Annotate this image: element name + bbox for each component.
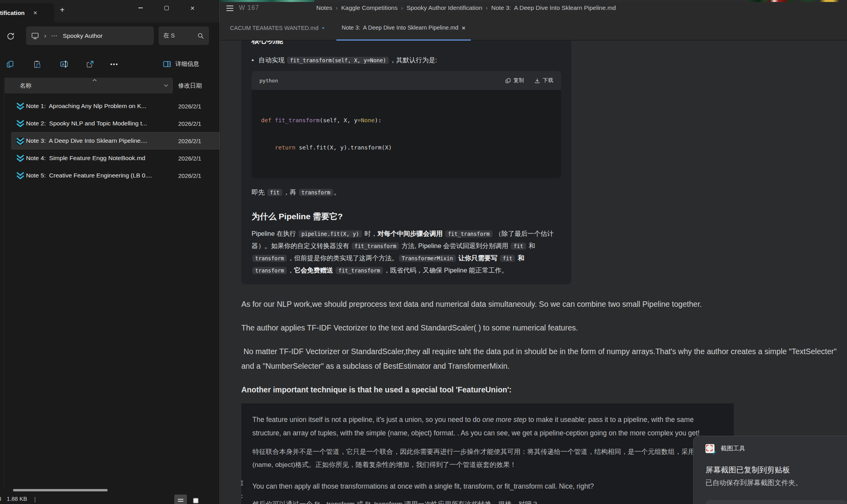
file-date: 2026/2/1 <box>178 120 201 127</box>
copy-code-label: 复制 <box>513 77 524 84</box>
file-row[interactable]: Note 5: Creative Feature Engineering (LB… <box>0 167 220 184</box>
maximize-button[interactable] <box>157 0 175 16</box>
minimize-icon <box>138 7 143 8</box>
code-line: return self.fit(X, y).transform(X) <box>261 143 552 152</box>
search-placeholder-text: 在 S <box>163 32 175 39</box>
horizontal-scrollbar-thumb[interactable] <box>13 489 108 491</box>
markdown-file-icon <box>16 119 25 128</box>
text-cursor-glyph: I <box>240 480 244 487</box>
file-date: 2026/2/1 <box>178 138 201 144</box>
editor-titlebar: W 167 Notes › Kaggle Competitions › Spoo… <box>220 2 847 16</box>
markdown-file-icon <box>16 171 25 180</box>
icons-view-icon <box>193 498 199 504</box>
breadcrumb-chevron-icon[interactable]: › <box>44 32 46 39</box>
download-code-button[interactable]: 下载 <box>534 77 553 84</box>
status-divider: | <box>34 496 36 502</box>
close-icon: × <box>190 4 194 12</box>
more-options-button[interactable]: ••• <box>109 59 120 70</box>
menu-hamburger-icon[interactable] <box>226 6 233 11</box>
breadcrumb-item[interactable]: Kaggle Competitions <box>341 4 397 11</box>
breadcrumb-item[interactable]: Note 3: A Deep Dive Into Sklearn Pipelin… <box>491 4 616 11</box>
code-block-body[interactable]: def fit_transform(self, X, y=None): retu… <box>252 90 561 178</box>
download-code-label: 下载 <box>543 77 553 84</box>
address-path-text[interactable]: Spooky Author <box>63 32 103 39</box>
code-language-label: python <box>259 78 278 84</box>
file-name: Note 2: Spooky NLP and Topic Modelling t… <box>26 120 147 127</box>
refresh-button[interactable] <box>6 32 15 41</box>
toast-app-name: 截图工具 <box>721 444 745 453</box>
explorer-tab[interactable]: tification × <box>0 3 54 22</box>
rename-icon: A <box>60 60 69 69</box>
gutter-glyph: : <box>240 493 244 500</box>
tab-note3-active[interactable]: Note 3: A Deep Dive Into Sklearn Pipelin… <box>336 16 471 41</box>
file-row[interactable]: Note 4: Simple Feature Engg NoteBook.md … <box>0 149 220 167</box>
code-block-header: python 复制 <box>252 71 561 90</box>
more-options-icon: ••• <box>110 61 119 67</box>
column-divider[interactable] <box>172 79 173 92</box>
breadcrumb-ellipsis-icon[interactable]: ⋯ <box>51 32 58 39</box>
snipping-tool-toast[interactable]: ✂ 截图工具 屏幕截图已复制到剪贴板 已自动保存到屏幕截图文件夹。 <box>693 436 847 504</box>
file-list: Note 1: Aproaching Any Nlp Problem on K.… <box>0 97 220 184</box>
editor-tab-bar: CACUM TEAMATES WANTED.md ● Note 3: A Dee… <box>220 16 847 41</box>
tab-cacum-teamates[interactable]: CACUM TEAMATES WANTED.md ● <box>224 16 330 40</box>
file-row[interactable]: Note 2: Spooky NLP and Topic Modelling t… <box>0 115 220 132</box>
file-row-selected[interactable]: Note 3: A Deep Dive Into Sklearn Pipelin… <box>11 132 220 149</box>
word-count[interactable]: W 167 <box>239 4 259 11</box>
block-paragraph: 即先 fit，再 transform。 <box>252 187 561 198</box>
refresh-icon <box>6 32 15 41</box>
copy-code-button[interactable]: 复制 <box>505 77 524 84</box>
close-button[interactable]: × <box>183 0 201 16</box>
code-line: def fit_transform(self, X, y=None): <box>261 116 552 125</box>
icons-view-button[interactable] <box>189 495 202 504</box>
explorer-tab-close-icon[interactable]: × <box>34 9 37 16</box>
details-pane-icon <box>162 60 172 69</box>
file-name: Note 5: Creative Feature Engineering (LB… <box>26 172 152 179</box>
markdown-file-icon <box>16 102 25 111</box>
list-column-headers: 名称 修改日期 <box>5 78 220 93</box>
column-header-name[interactable]: 名称 <box>5 78 172 93</box>
snipping-tool-icon: ✂ <box>705 444 715 453</box>
explorer-titlebar: tification × + × <box>0 0 220 22</box>
paragraph: No matter TF-IDF Vectorizer or StandardS… <box>241 344 841 373</box>
copy-button[interactable] <box>5 59 16 70</box>
breadcrumb-separator-icon: › <box>336 5 338 11</box>
breadcrumb-item[interactable]: Spooky Author Identification <box>407 4 482 11</box>
column-filter-chevron-icon[interactable] <box>164 84 168 87</box>
unsaved-dot-icon: ● <box>322 26 325 30</box>
code-block-python: python 复制 <box>252 71 561 178</box>
copy-icon <box>505 78 511 84</box>
paste-button[interactable] <box>32 59 43 70</box>
breadcrumb-separator-icon: › <box>486 5 488 11</box>
copy-icon <box>6 60 15 69</box>
quote-paragraph: 然后你可以通过一个 fit、transform 或 fit_transform … <box>252 500 723 504</box>
editor-content[interactable]: 核心功能 • 自动实现 fit_transform(self, X, y=Non… <box>220 41 847 504</box>
paragraph-bold: Another important technique is that he u… <box>241 383 841 397</box>
details-view-button[interactable] <box>174 495 187 504</box>
new-tab-button[interactable]: + <box>60 6 65 15</box>
paragraph: As for our NLP work,we should preprocess… <box>241 297 841 312</box>
search-icon <box>197 32 204 39</box>
column-header-date[interactable]: 修改日期 <box>178 78 202 93</box>
share-button[interactable] <box>84 59 95 70</box>
address-bar[interactable]: › ⋯ Spooky Author <box>26 26 154 45</box>
breadcrumb-separator-icon: › <box>401 5 403 11</box>
paragraph: The author applies TF-IDF Vectorizer to … <box>241 321 841 335</box>
rename-button[interactable]: A <box>58 59 69 70</box>
search-box[interactable]: 在 S <box>159 26 209 45</box>
details-pane-label: 详细信息 <box>175 60 199 68</box>
explorer-status-bar: 3 1.88 KB | <box>0 494 220 504</box>
breadcrumb-item[interactable]: Notes <box>316 4 332 11</box>
block-paragraph: Pipeline 在执行 pipeline.fit(X, y) 时，对每个中间步… <box>252 228 561 276</box>
explorer-toolbar: › ⋯ Spooky Author 在 S <box>0 22 220 51</box>
bullet-text: 自动实现 fit_transform(self, X, y=None)，其默认行… <box>259 55 437 65</box>
column-name-label: 名称 <box>20 82 32 90</box>
column-date-label: 修改日期 <box>178 82 202 90</box>
details-pane-toggle[interactable]: 详细信息 <box>162 60 199 69</box>
this-pc-icon <box>31 32 39 40</box>
tab-label: CACUM TEAMATES WANTED.md <box>230 25 319 31</box>
file-row[interactable]: Note 1: Aproaching Any Nlp Problem on K.… <box>0 97 220 115</box>
tab-close-icon[interactable]: × <box>462 24 465 31</box>
markdown-file-icon <box>16 154 25 163</box>
minimize-button[interactable] <box>131 0 149 16</box>
toast-header: ✂ 截图工具 <box>705 444 745 453</box>
